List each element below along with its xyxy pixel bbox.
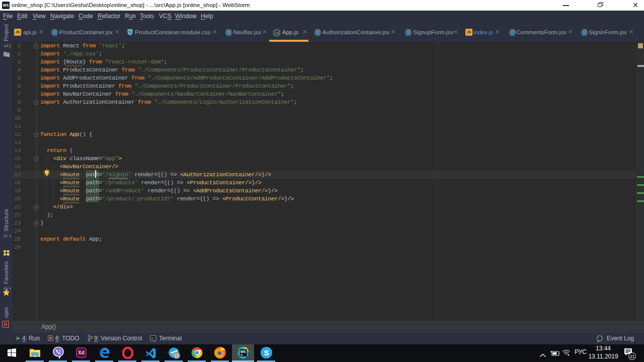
svg-text:JS: JS <box>275 31 279 35</box>
svg-text:S: S <box>264 348 269 357</box>
svg-text:WS: WS <box>240 350 246 353</box>
